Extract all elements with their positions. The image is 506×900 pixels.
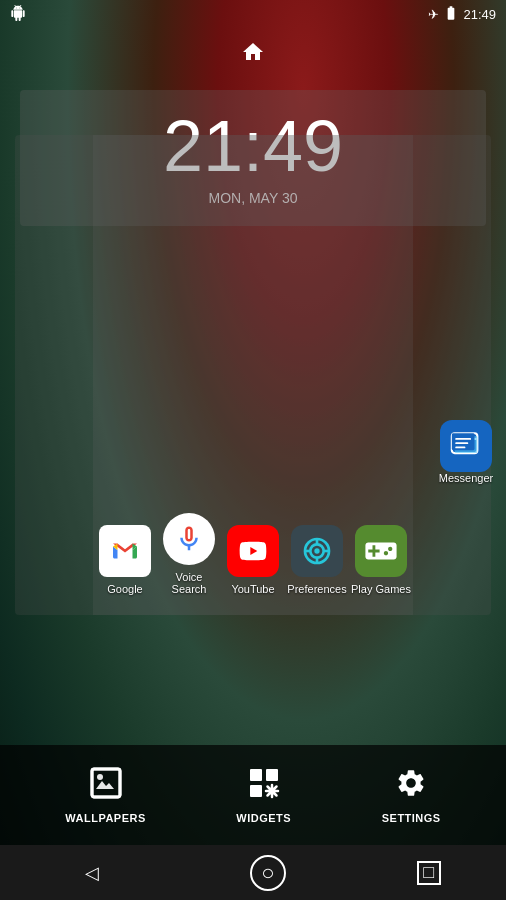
battery-icon [443, 5, 459, 24]
svg-rect-12 [92, 769, 120, 797]
status-bar: ✈ 21:49 [0, 0, 506, 28]
app-play-games[interactable]: Play Games [349, 525, 413, 595]
messenger-icon [440, 420, 492, 472]
apps-row: Google [93, 513, 413, 615]
widgets-svg [248, 767, 280, 799]
status-time: 21:49 [463, 7, 496, 22]
svg-rect-17 [250, 785, 262, 797]
svg-rect-14 [92, 769, 120, 797]
svg-point-13 [97, 774, 103, 780]
youtube-label: YouTube [231, 583, 274, 595]
app-preferences[interactable]: Preferences [285, 525, 349, 595]
widgets-label: WIDGETS [236, 812, 291, 824]
app-youtube[interactable]: YouTube [221, 525, 285, 595]
nav-home-button[interactable]: ○ [250, 855, 286, 891]
nav-back-button[interactable]: ◁ [65, 852, 119, 894]
google-label: Google [107, 583, 142, 595]
app-voice-search[interactable]: Voice Search [157, 513, 221, 595]
messenger-label: Messenger [439, 472, 493, 484]
app-google[interactable]: Google [93, 525, 157, 595]
app-folder[interactable]: Google [15, 135, 491, 615]
folder-inner: Google [93, 135, 413, 615]
android-icon [10, 5, 26, 24]
dock-wallpapers[interactable]: WALLPAPERS [65, 767, 146, 824]
nav-bar: ◁ ○ □ [0, 845, 506, 900]
widgets-icon [248, 767, 280, 806]
bottom-dock: WALLPAPERS WIDGETS SETTINGS [0, 745, 506, 845]
messenger-svg [449, 429, 483, 463]
airplane-icon: ✈ [428, 7, 439, 22]
dock-widgets[interactable]: WIDGETS [236, 767, 291, 824]
wallpapers-label: WALLPAPERS [65, 812, 146, 824]
voice-search-label: Voice Search [157, 571, 221, 595]
settings-svg [395, 767, 427, 799]
wallpapers-icon [90, 767, 122, 806]
svg-rect-16 [266, 769, 278, 781]
status-left [10, 5, 26, 24]
preferences-icon [301, 535, 333, 567]
messenger-app[interactable]: Messenger [436, 420, 496, 484]
settings-icon [395, 767, 427, 806]
mic-icon [174, 524, 204, 554]
play-games-label: Play Games [351, 583, 411, 595]
svg-rect-11 [92, 769, 120, 797]
status-right: ✈ 21:49 [428, 5, 496, 24]
wallpapers-svg [90, 767, 122, 799]
settings-label: SETTINGS [382, 812, 441, 824]
preferences-label: Preferences [287, 583, 346, 595]
youtube-icon [237, 535, 269, 567]
home-icon-top[interactable] [241, 40, 265, 70]
nav-recents-button[interactable]: □ [417, 861, 441, 885]
svg-point-3 [314, 548, 319, 553]
dock-settings[interactable]: SETTINGS [382, 767, 441, 824]
gmail-icon [107, 533, 143, 569]
svg-rect-15 [250, 769, 262, 781]
gamepad-icon [364, 534, 398, 568]
